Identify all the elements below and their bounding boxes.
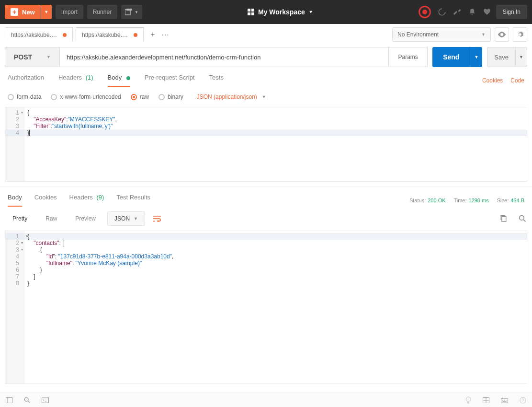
unsaved-dot-icon (134, 33, 137, 37)
sync-icon[interactable] (438, 8, 446, 16)
save-button[interactable]: Save ▼ (487, 47, 527, 67)
radio-icon (51, 94, 57, 100)
chevron-down-icon: ▼ (481, 32, 486, 37)
params-button[interactable]: Params (388, 47, 427, 67)
panel-icon (6, 397, 12, 403)
request-tabbar: https://akskube.alexa https://akskube.al… (0, 24, 532, 45)
svg-rect-5 (251, 12, 254, 15)
resp-tab-cookies[interactable]: Cookies (34, 194, 57, 207)
request-tab-1[interactable]: https://akskube.alexa (76, 27, 144, 42)
resp-tab-testresults[interactable]: Test Results (116, 194, 150, 207)
workspace-selector[interactable]: My Workspace ▼ (142, 8, 419, 16)
gear-icon (516, 31, 524, 38)
send-button[interactable]: Send ▼ (432, 47, 482, 67)
tab-authorization[interactable]: Authorization (8, 74, 44, 87)
svg-point-11 (466, 397, 470, 401)
grid-icon (248, 9, 254, 15)
save-button-label: Save (487, 54, 515, 61)
code-link[interactable]: Code (510, 77, 524, 84)
response-meta: Status:200 OK Time:1290 ms Size:464 B (409, 198, 524, 203)
tab-tests[interactable]: Tests (209, 74, 224, 87)
view-pretty[interactable]: Pretty (6, 211, 34, 226)
url-input[interactable]: https://akskube.alexanderdevelopment.net… (60, 47, 388, 67)
modified-dot-icon (126, 76, 130, 80)
shortcuts-button[interactable] (501, 397, 508, 403)
resp-tab-headers[interactable]: Headers (9) (69, 194, 104, 207)
layout-icon (483, 397, 489, 403)
chevron-down-icon: ▼ (46, 55, 51, 59)
radio-icon (8, 94, 14, 100)
workspace-label: My Workspace (258, 8, 305, 16)
settings-button[interactable] (513, 27, 527, 42)
keyboard-icon (501, 397, 508, 403)
svg-rect-1 (126, 9, 132, 11)
body-type-form-data[interactable]: form-data (8, 93, 41, 100)
request-tab-label: https://akskube.alexa (82, 32, 130, 38)
plus-icon: + (11, 8, 18, 16)
bell-icon[interactable] (468, 8, 476, 16)
tab-overflow-button[interactable]: ⋯ (159, 28, 171, 41)
tab-prerequest[interactable]: Pre-request Script (145, 74, 195, 87)
bulb-button[interactable] (465, 396, 471, 404)
svg-rect-2 (248, 9, 250, 12)
response-format-selector[interactable]: JSON▼ (107, 211, 145, 226)
svg-point-14 (520, 397, 526, 403)
resp-tab-body[interactable]: Body (8, 194, 22, 207)
body-type-raw[interactable]: raw (131, 93, 149, 100)
environment-label: No Environment (397, 31, 439, 38)
wrap-toggle[interactable] (150, 211, 164, 226)
status-value: 200 OK (428, 198, 445, 203)
response-section-tabs: Body Cookies Headers (9) Test Results St… (0, 186, 532, 207)
response-body-editor[interactable]: 1 2345678 { "contacts": [ { "id": "137c9… (5, 231, 527, 384)
request-tab-label: https://akskube.alexa (11, 32, 59, 38)
editor-gutter: 1234 (5, 107, 24, 181)
view-raw[interactable]: Raw (39, 211, 64, 226)
wrench-icon[interactable] (453, 8, 462, 16)
environment-quicklook-button[interactable] (495, 27, 509, 42)
view-preview[interactable]: Preview (68, 211, 102, 226)
wrap-icon (153, 215, 161, 222)
window-icon (125, 9, 133, 15)
request-tab-0[interactable]: https://akskube.alexa (5, 27, 73, 42)
send-dropdown[interactable]: ▼ (470, 47, 482, 67)
search-response-button[interactable] (519, 215, 526, 222)
editor-code[interactable]: { "AccessKey":"MYACCESSKEY", "Filter":"s… (24, 107, 527, 181)
help-button[interactable] (520, 397, 526, 404)
editor-code: { "contacts": [ { "id": "137c91d8-377b-e… (24, 231, 527, 384)
tab-body[interactable]: Body (108, 74, 130, 87)
unsaved-dot-icon (63, 33, 67, 37)
sidebar-toggle[interactable] (6, 397, 12, 403)
radio-icon (158, 94, 165, 100)
bulb-icon (465, 396, 471, 404)
new-window-button[interactable]: ▼ (121, 5, 142, 19)
capture-button[interactable] (419, 6, 431, 18)
signin-button[interactable]: Sign In (496, 5, 527, 19)
body-type-urlencoded[interactable]: x-www-form-urlencoded (51, 93, 121, 100)
panes-button[interactable] (483, 397, 489, 403)
radio-icon (131, 94, 137, 100)
request-body-editor[interactable]: 1234 { "AccessKey":"MYACCESSKEY", "Filte… (5, 107, 527, 182)
console-button[interactable] (42, 397, 49, 403)
new-button-label: New (22, 9, 35, 16)
body-type-binary[interactable]: binary (158, 93, 183, 100)
new-dropdown[interactable]: ▼ (41, 5, 52, 19)
svg-point-9 (24, 397, 28, 401)
add-tab-button[interactable]: + (147, 28, 159, 41)
heart-icon[interactable] (483, 8, 491, 16)
environment-selector[interactable]: No Environment ▼ (392, 27, 491, 42)
new-button[interactable]: + New (5, 5, 41, 19)
send-button-label: Send (432, 53, 470, 61)
help-icon (520, 397, 526, 404)
copy-button[interactable] (500, 215, 507, 222)
find-button[interactable] (24, 397, 30, 403)
content-type-selector[interactable]: JSON (application/json) ▼ (197, 93, 266, 100)
method-label: POST (14, 53, 32, 61)
save-dropdown[interactable]: ▼ (515, 47, 527, 67)
import-button[interactable]: Import (56, 5, 83, 19)
runner-button[interactable]: Runner (87, 5, 117, 19)
editor-gutter: 1 2345678 (5, 231, 24, 384)
method-selector[interactable]: POST ▼ (5, 47, 60, 67)
cookies-link[interactable]: Cookies (482, 77, 503, 84)
chevron-down-icon: ▼ (309, 10, 313, 14)
tab-headers[interactable]: Headers (1) (58, 74, 93, 87)
